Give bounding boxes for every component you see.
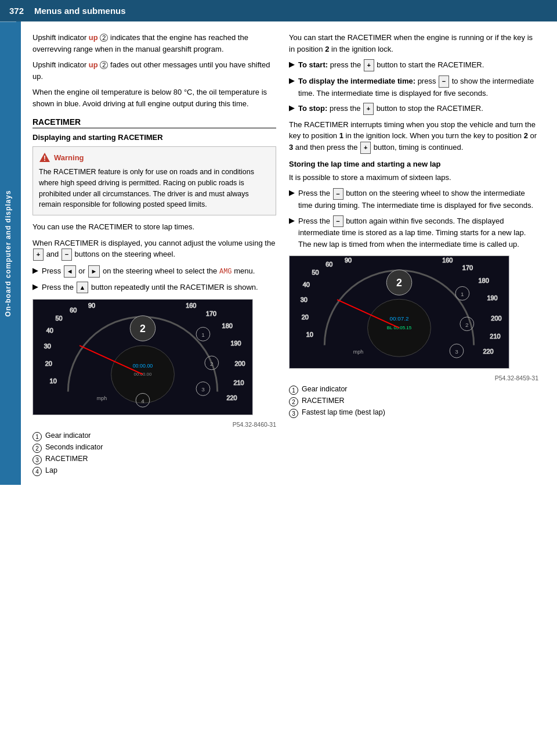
section-title-racetimer: RACETIMER (32, 117, 276, 128)
legend-item-4: 4 Lap (32, 466, 276, 476)
svg-text:30: 30 (301, 297, 308, 304)
legend-item-3: 3 RACETIMER (32, 455, 276, 465)
svg-text:210: 210 (233, 379, 244, 386)
legend-item-1: 1 Gear indicator (32, 431, 276, 441)
svg-text:200: 200 (491, 315, 501, 322)
legend2-text-2: RACETIMER (302, 397, 345, 405)
right-para-1: You can start the RACETIMER when the eng… (289, 32, 538, 55)
para-volume: When RACETIMER is displayed, you cannot … (32, 237, 276, 261)
legend2-num-3: 3 (289, 409, 298, 418)
bullet-item-select: ▶ Press ◄ or ► on the steering wheel to … (32, 265, 276, 278)
side-tab: On-board computer and displays (0, 21, 16, 485)
legend-text-4: Lap (45, 466, 57, 474)
svg-text:2: 2 (140, 323, 146, 335)
bullet-content-stop: To stop: press the + button to stop the … (298, 103, 538, 115)
svg-text:00:07.2: 00:07.2 (390, 315, 409, 322)
lap-bullet-arrow-2: ▶ (289, 216, 295, 225)
bullet-content-2: Press the ▲ button repeatedly until the … (42, 282, 276, 294)
legend2-item-1: 1 Gear indicator (289, 385, 538, 395)
right-para-interrupt: The RACETIMER interrupts timing when you… (289, 119, 538, 154)
svg-text:160: 160 (186, 302, 196, 309)
bullet-intermediate: ▶ To display the intermediate time: pres… (289, 75, 538, 99)
bullet-content-1: Press ◄ or ► on the steering wheel to se… (42, 265, 276, 278)
minus-intermediate-btn: − (439, 75, 449, 88)
lap-bullet-arrow-1: ▶ (289, 188, 295, 197)
legend-text-1: Gear indicator (45, 431, 91, 440)
svg-text:60: 60 (325, 261, 332, 268)
intro-para-2: Upshift indicator up 2 fades out other m… (32, 59, 276, 82)
svg-text:10: 10 (306, 331, 313, 338)
svg-text:3: 3 (455, 349, 458, 355)
svg-text:20: 20 (45, 360, 52, 367)
page-number: 372 (9, 6, 24, 16)
plus-continue-btn: + (360, 142, 371, 154)
legend-text-2: Seconds indicator (45, 443, 103, 451)
svg-text:00:00.00: 00:00.00 (133, 363, 153, 369)
svg-text:mph: mph (353, 350, 363, 355)
and-text: and (46, 250, 59, 258)
warning-text: The RACETIMER feature is only for use on… (39, 167, 270, 210)
legend2-item-2: 2 RACETIMER (289, 397, 538, 406)
bullet-arrow-start: ▶ (289, 60, 295, 69)
bullet-to-start: ▶ To start: press the + button to start … (289, 59, 538, 71)
legend-num-3: 3 (32, 455, 42, 465)
left-arrow-btn: ◄ (64, 265, 76, 278)
legend-num-2: 2 (32, 444, 42, 453)
svg-text:190: 190 (487, 295, 497, 302)
side-accent (16, 21, 21, 485)
lap-section-title: Storing the lap time and starting a new … (289, 160, 538, 168)
legend-num-1: 1 (32, 432, 42, 441)
legend-num-4: 4 (32, 467, 42, 476)
lap-bullet-1: ▶ Press the − button on the steering whe… (289, 188, 538, 211)
svg-text:40: 40 (303, 282, 310, 289)
lap-bullet-content-1: Press the − button on the steering wheel… (298, 188, 538, 211)
diagram-2: 10 20 30 40 50 60 90 160 170 180 190 200 (289, 255, 509, 369)
diagram-1-caption: P54.32-8460-31 (32, 421, 276, 428)
svg-text:2: 2 (210, 361, 213, 367)
svg-text:2: 2 (465, 322, 469, 328)
subsection-title: Displaying and starting RACETIMER (32, 133, 276, 142)
svg-text:1: 1 (201, 332, 205, 339)
legend2-item-3: 3 Fastest lap time (best lap) (289, 408, 538, 418)
plus-btn-inline: + (33, 249, 44, 261)
bullet-arrow-1: ▶ (32, 266, 38, 275)
svg-text:200: 200 (234, 360, 245, 367)
svg-text:90: 90 (345, 257, 352, 264)
up-arrow-btn: ▲ (77, 282, 89, 294)
legend2-num-1: 1 (289, 386, 298, 395)
svg-text:190: 190 (230, 340, 241, 347)
lap-para-1: It is possible to store a maximum of six… (289, 172, 538, 183)
legend-2: 1 Gear indicator 2 RACETIMER 3 Fastest l… (289, 385, 538, 418)
svg-text:1: 1 (461, 291, 464, 298)
svg-text:4: 4 (141, 398, 144, 405)
svg-text:170: 170 (462, 264, 473, 271)
header-bar: 372 Menus and submenus (0, 0, 557, 21)
main-layout: On-board computer and displays Upshift i… (0, 21, 557, 485)
svg-text:90: 90 (88, 302, 95, 309)
svg-text:180: 180 (479, 277, 489, 284)
warning-label: Warning (54, 153, 84, 162)
left-column: Upshift indicator up 2 indicates that th… (32, 32, 276, 478)
right-column: You can start the RACETIMER when the eng… (289, 32, 538, 478)
svg-text:220: 220 (483, 348, 494, 355)
svg-text:3: 3 (201, 387, 205, 393)
warning-header: ! Warning (39, 152, 270, 163)
svg-text:20: 20 (302, 314, 309, 321)
para-use-racetimer: You can use the RACETIMER to store lap t… (32, 221, 276, 233)
bullet-content-intermediate: To display the intermediate time: press … (298, 75, 538, 99)
svg-text:160: 160 (442, 257, 453, 264)
svg-text:210: 210 (490, 333, 500, 340)
bullet-arrow-stop: ▶ (289, 103, 295, 112)
amg-label: AMG (219, 268, 232, 276)
svg-text:50: 50 (56, 315, 63, 322)
lap-bullet-content-2: Press the − button again within five sec… (298, 215, 538, 250)
warning-box: ! Warning The RACETIMER feature is only … (32, 146, 276, 215)
content-area: Upshift indicator up 2 indicates that th… (21, 21, 557, 485)
minus-btn-inline: − (62, 249, 72, 261)
legend2-num-2: 2 (289, 397, 298, 406)
legend2-text-3: Fastest lap time (best lap) (302, 408, 385, 416)
svg-text:180: 180 (222, 323, 233, 330)
legend-item-2: 2 Seconds indicator (32, 443, 276, 453)
page-wrapper: 372 Menus and submenus On-board computer… (0, 0, 557, 485)
svg-text:!: ! (44, 154, 46, 163)
